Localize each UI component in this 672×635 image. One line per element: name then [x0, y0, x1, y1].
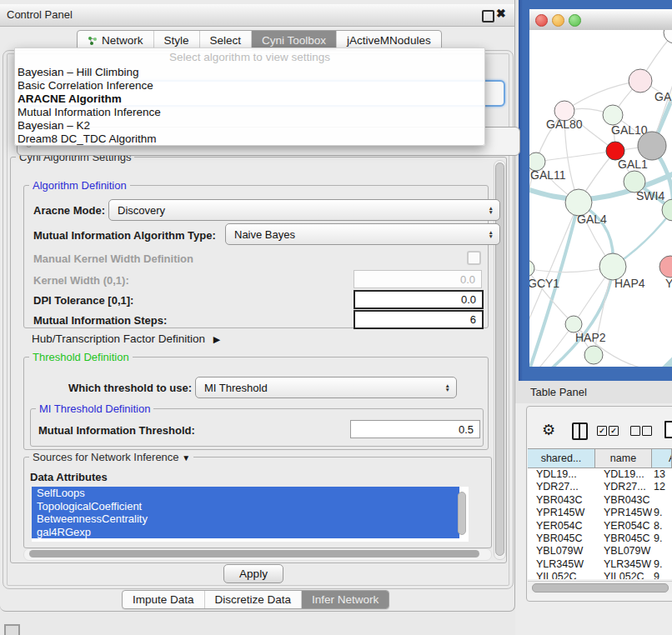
tab-infer-network[interactable]: Infer Network	[301, 591, 389, 608]
algorithm-option-mutual-information-inference[interactable]: Mutual Information Inference	[18, 106, 161, 119]
list-scrollbar-thumb[interactable]	[458, 492, 466, 535]
table-header-row: shared...nameA	[528, 448, 672, 468]
table-hscrollbar[interactable]	[528, 581, 672, 593]
checked-checkbox-icon[interactable]: ✓	[609, 426, 619, 436]
attribute-item-selfloops[interactable]: SelfLoops	[32, 487, 459, 500]
network-canvas[interactable]: GALGAL80GAL10GAL1GAL11SWI4GAL4GCY1HAP4YH…	[529, 30, 672, 367]
table-row[interactable]: YDR27...YDR27...12	[528, 481, 672, 493]
attribute-item-gal4rgexp[interactable]: gal4RGexp	[32, 526, 459, 539]
table-cell: YDR27...	[528, 481, 595, 493]
gear-icon[interactable]: ⚙	[542, 422, 555, 438]
attribute-item-betweennesscentrality[interactable]: BetweennessCentrality	[32, 512, 459, 526]
network-node-gcy1[interactable]	[529, 260, 534, 277]
table-hscrollbar-thumb[interactable]	[532, 583, 669, 592]
table-cell: 9.	[652, 558, 672, 571]
manual-kernel-label: Manual Kernel Width Definition	[33, 252, 193, 265]
table-cell: YBR045C	[528, 532, 595, 545]
column-header-shared[interactable]: shared...	[528, 448, 595, 468]
manual-kernel-checkbox[interactable]	[467, 251, 481, 265]
which-threshold-combo[interactable]: MI Threshold ▲▼	[195, 377, 457, 398]
expand-arrow-icon[interactable]: ▼	[182, 453, 190, 462]
table-cell: 13	[652, 468, 672, 481]
kernel-width-label: Kernel Width (0,1):	[33, 274, 129, 287]
settings-hscrollbar-thumb[interactable]	[29, 550, 479, 558]
settings-scrollbar-thumb[interactable]	[495, 162, 504, 556]
attribute-item-topologicalcoefficient[interactable]: TopologicalCoefficient	[32, 500, 459, 513]
table-body: YDL19...YDL19...13YDR27...YDR27...12YBR0…	[528, 468, 672, 579]
popup-placeholder: Select algorithm to view settings	[15, 51, 484, 63]
algorithm-option-aracne-algorithm[interactable]: ARACNE Algorithm	[18, 92, 122, 106]
table-row[interactable]: YBR043CYBR043C	[528, 494, 672, 507]
data-attributes-list[interactable]: SelfLoopsTopologicalCoefficientBetweenne…	[32, 487, 469, 542]
mi-steps-label: Mutual Information Steps:	[33, 314, 167, 327]
columns-icon[interactable]	[572, 422, 588, 440]
minimized-panel-icon[interactable]	[4, 624, 20, 635]
algorithm-option-basic-correlation-inference[interactable]: Basic Correlation Inference	[18, 79, 153, 92]
network-node-gal10[interactable]	[603, 105, 623, 125]
table-row[interactable]: YIL052CYIL052C9	[528, 571, 672, 579]
table-row[interactable]: YLR345WYLR345W9.	[528, 558, 672, 571]
algorithm-option-bayesian-hill-climbing[interactable]: Bayesian – Hill Climbing	[18, 66, 139, 79]
node-label-swi4: SWI4	[636, 189, 664, 202]
table-row[interactable]: YBL079WYBL079W	[528, 545, 672, 558]
network-node[interactable]	[638, 132, 666, 160]
checked-checkbox-icon[interactable]: ✓	[597, 426, 607, 436]
table-cell: YDR27...	[595, 481, 652, 493]
unchecked-checkbox-icon[interactable]	[630, 426, 640, 436]
table-cell: YIL052C	[595, 571, 652, 579]
table-row[interactable]: YPR145WYPR145W9.	[528, 507, 672, 519]
close-traffic-light[interactable]	[535, 14, 548, 27]
dpi-tolerance-label: DPI Tolerance [0,1]:	[33, 294, 133, 307]
network-node[interactable]	[584, 346, 603, 364]
mi-steps-field[interactable]: 6	[354, 310, 484, 329]
table-row[interactable]: YER054CYER054C8.	[528, 520, 672, 532]
close-icon[interactable]: ✖	[496, 7, 506, 20]
stepper-icon: ▲▼	[489, 206, 494, 214]
unchecked-checkbox-icon[interactable]	[642, 426, 652, 436]
collapse-arrow-icon[interactable]: ▶	[213, 334, 220, 344]
node-label-gal80: GAL80	[546, 118, 583, 131]
settings-hscrollbar[interactable]	[23, 548, 492, 561]
apply-button[interactable]: Apply	[223, 564, 283, 583]
kernel-width-field[interactable]: 0.0	[354, 270, 482, 288]
mi-threshold-group-title: MI Threshold Definition	[36, 402, 153, 415]
column-header-a[interactable]: A	[652, 448, 672, 468]
mi-threshold-field[interactable]: 0.5	[350, 420, 480, 438]
algorithm-definition-title: Algorithm Definition	[29, 179, 130, 192]
table-cell: YDL19...	[595, 468, 652, 481]
table-row[interactable]: YDL19...YDL19...13	[528, 468, 672, 481]
screen: Control Panel ✖ NetworkStyleSelectCyni T…	[0, 0, 672, 635]
aracne-mode-label: Aracne Mode:	[33, 204, 105, 217]
node-label-hap4: HAP4	[614, 277, 645, 290]
table-cell: 9.	[652, 532, 672, 545]
table-cell: YDL19...	[528, 468, 595, 481]
algorithm-option-bayesian-k2[interactable]: Bayesian – K2	[18, 119, 90, 132]
minimize-traffic-light[interactable]	[552, 14, 564, 27]
network-node-y[interactable]	[659, 256, 672, 278]
zoom-traffic-light[interactable]	[569, 14, 581, 27]
network-node[interactable]	[664, 30, 672, 43]
table-cell: YBL079W	[528, 545, 595, 558]
float-window-icon[interactable]	[482, 10, 494, 22]
node-label-gcy1: GCY1	[529, 277, 559, 290]
dpi-tolerance-field[interactable]: 0.0	[354, 290, 484, 309]
tab-impute-data[interactable]: Impute Data	[123, 591, 204, 608]
node-label-y: Y	[665, 277, 672, 290]
network-node-hap2[interactable]	[565, 316, 582, 332]
network-node-gal[interactable]	[629, 69, 652, 92]
node-label-gal11: GAL11	[530, 168, 566, 182]
node-label-gal1: GAL1	[618, 158, 648, 171]
tab-discretize-data[interactable]: Discretize Data	[204, 591, 302, 608]
algorithm-option-dream8-dc-tdc-algorithm[interactable]: Dream8 DC_TDC Algorithm	[18, 132, 157, 146]
mi-type-combo[interactable]: Naive Bayes ▲▼	[225, 223, 500, 245]
new-table-icon[interactable]	[664, 421, 672, 438]
table-cell: YER054C	[528, 520, 595, 532]
sources-group-title[interactable]: Sources for Network Inference ▼	[29, 451, 193, 463]
hub-definition-toggle[interactable]: Hub/Transcription Factor Definition ▶	[32, 332, 220, 345]
column-header-name[interactable]: name	[595, 448, 652, 468]
aracne-mode-combo[interactable]: Discovery ▲▼	[108, 199, 500, 221]
table-row[interactable]: YBR045CYBR045C9.	[528, 532, 672, 545]
table-panel-header: Table Panel	[515, 381, 672, 404]
table-cell: YBR043C	[528, 494, 595, 507]
table-cell	[652, 494, 672, 507]
